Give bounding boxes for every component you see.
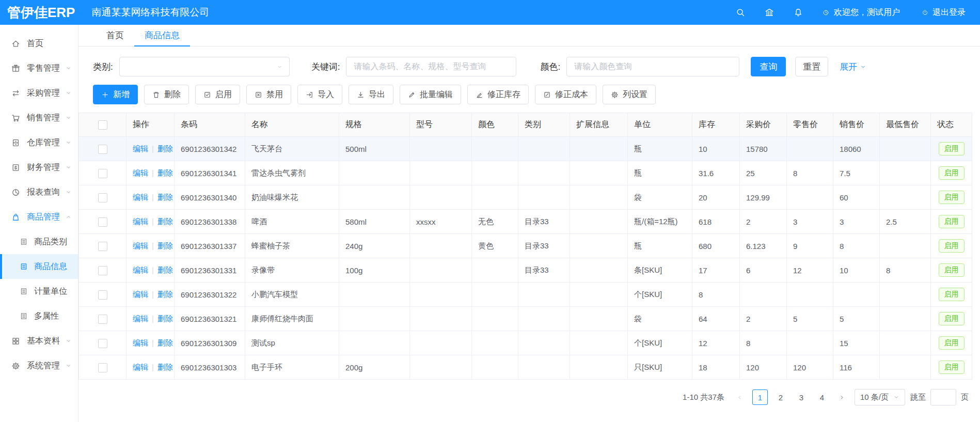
edit-link[interactable]: 编辑 [133, 363, 148, 371]
reset-button[interactable]: 重置 [795, 57, 828, 76]
sidebar-item-product[interactable]: 商品管理 [0, 205, 78, 229]
page-number-3[interactable]: 3 [794, 389, 809, 405]
search-button[interactable]: 查询 [751, 57, 786, 76]
row-checkbox[interactable] [98, 266, 107, 275]
edit-link[interactable]: 编辑 [133, 338, 148, 347]
chevron-down-icon [276, 64, 283, 70]
tab-bar: 首页商品信息 [78, 25, 980, 46]
table-row: 编辑|删除6901236301321康师傅红烧牛肉面袋64255启用 [79, 307, 972, 331]
edit-link[interactable]: 编辑 [133, 193, 148, 201]
search-icon[interactable] [736, 8, 745, 17]
sidebar-subitem-product-info[interactable]: 商品信息 [0, 254, 78, 279]
page-number-1[interactable]: 1 [752, 389, 768, 405]
cell-status: 启用 [931, 283, 972, 307]
sidebar-item-sale[interactable]: 销售管理 [0, 105, 78, 130]
delete-link[interactable]: 删除 [157, 193, 173, 201]
export-button[interactable]: 导出 [349, 85, 393, 104]
edit-link[interactable]: 编辑 [133, 144, 148, 153]
row-checkbox[interactable] [98, 339, 107, 348]
row-checkbox[interactable] [98, 217, 107, 227]
delete-link[interactable]: 删除 [157, 241, 173, 250]
prev-page-button[interactable] [733, 389, 747, 405]
sidebar-subitem-measure-unit[interactable]: 计量单位 [0, 279, 78, 304]
col-header-7: 扩展信息 [570, 113, 628, 137]
cell-retail: 9 [787, 234, 833, 258]
import-button[interactable]: 导入 [297, 85, 342, 104]
col-header-0: 操作 [127, 113, 175, 137]
cell-sale: 60 [833, 185, 880, 210]
color-input[interactable] [566, 57, 739, 76]
cell-purchase: 6.123 [740, 234, 787, 258]
select-all-checkbox[interactable] [98, 120, 107, 130]
row-actions-cell: 编辑|删除 [127, 161, 175, 185]
keyword-input[interactable] [346, 57, 516, 76]
page-number-4[interactable]: 4 [814, 389, 830, 405]
table-row: 编辑|删除6901236301303电子手环200g只[SKU]18120120… [79, 355, 972, 380]
column-settings-button[interactable]: 列设置 [603, 85, 656, 104]
delete-link[interactable]: 删除 [157, 338, 173, 347]
expand-link[interactable]: 展开 [840, 61, 866, 73]
power-icon-svg [922, 9, 928, 16]
row-checkbox[interactable] [98, 169, 107, 178]
row-checkbox[interactable] [98, 145, 107, 154]
sidebar-subitem-multi-attribute[interactable]: 多属性 [0, 304, 78, 329]
sidebar-item-retail[interactable]: 零售管理 [0, 56, 78, 81]
fix-cost-button[interactable]: 修正成本 [535, 85, 596, 104]
delete-link[interactable]: 删除 [157, 168, 173, 177]
enable-button[interactable]: 启用 [195, 85, 240, 104]
tab-product-info[interactable]: 商品信息 [134, 25, 190, 46]
logout-button[interactable]: 退出登录 [922, 7, 966, 18]
fix-stock-button[interactable]: 修正库存 [467, 85, 529, 104]
delete-link[interactable]: 删除 [157, 314, 173, 323]
sidebar-item-warehouse[interactable]: 仓库管理 [0, 130, 78, 155]
bank-icon[interactable] [765, 8, 774, 17]
action-separator: | [152, 265, 154, 274]
delete-link[interactable]: 删除 [157, 363, 173, 371]
tab-label: 商品信息 [145, 29, 180, 41]
chevron-down-icon-svg [860, 64, 866, 70]
delete-link[interactable]: 删除 [157, 290, 173, 299]
sidebar-item-base-data[interactable]: 基本资料 [0, 329, 78, 353]
table-row: 编辑|删除6901236301337蜂蜜柚子茶240g黄色目录33瓶6806.1… [79, 234, 972, 258]
add-button[interactable]: 新增 [93, 85, 138, 104]
row-checkbox[interactable] [98, 193, 107, 202]
delete-link[interactable]: 删除 [157, 144, 173, 153]
edit-link[interactable]: 编辑 [133, 290, 148, 299]
status-badge: 启用 [939, 215, 965, 228]
jump-page-input[interactable] [930, 389, 956, 405]
next-page-button[interactable] [835, 389, 849, 405]
row-select-cell [79, 307, 127, 331]
edit-link[interactable]: 编辑 [133, 314, 148, 323]
sidebar-item-home[interactable]: 首页 [0, 31, 78, 56]
page-size-select[interactable]: 10 条/页 [855, 389, 905, 405]
welcome-user[interactable]: 欢迎您，测试用户 [823, 7, 900, 18]
delete-button[interactable]: 删除 [144, 85, 189, 104]
bell-icon[interactable] [794, 8, 803, 17]
page-size-label: 10 条/页 [860, 393, 889, 402]
tab-home[interactable]: 首页 [96, 25, 134, 46]
edit-link[interactable]: 编辑 [133, 241, 148, 250]
row-checkbox[interactable] [98, 242, 107, 251]
row-checkbox[interactable] [98, 315, 107, 324]
sidebar-item-system[interactable]: 系统管理 [0, 353, 78, 378]
sidebar-item-report[interactable]: 报表查询 [0, 180, 78, 205]
edit-link[interactable]: 编辑 [133, 217, 148, 226]
row-checkbox[interactable] [98, 290, 107, 300]
row-checkbox[interactable] [98, 363, 107, 372]
sidebar-subitem-product-category[interactable]: 商品类别 [0, 229, 78, 254]
disable-button[interactable]: 禁用 [246, 85, 291, 104]
cell-color [472, 258, 518, 283]
delete-link[interactable]: 删除 [157, 265, 173, 274]
sidebar-item-finance[interactable]: 财务管理 [0, 155, 78, 180]
edit-link[interactable]: 编辑 [133, 265, 148, 274]
row-select-cell [79, 210, 127, 234]
category-select[interactable] [119, 57, 290, 76]
status-badge: 启用 [939, 312, 965, 325]
batch-edit-button[interactable]: 批量编辑 [400, 85, 461, 104]
jump-label: 跳至 [910, 393, 926, 402]
delete-link[interactable]: 删除 [157, 217, 173, 226]
edit-link[interactable]: 编辑 [133, 168, 148, 177]
sidebar-item-purchase[interactable]: 采购管理 [0, 81, 78, 105]
page-number-2[interactable]: 2 [773, 389, 788, 405]
cell-model [410, 331, 472, 355]
